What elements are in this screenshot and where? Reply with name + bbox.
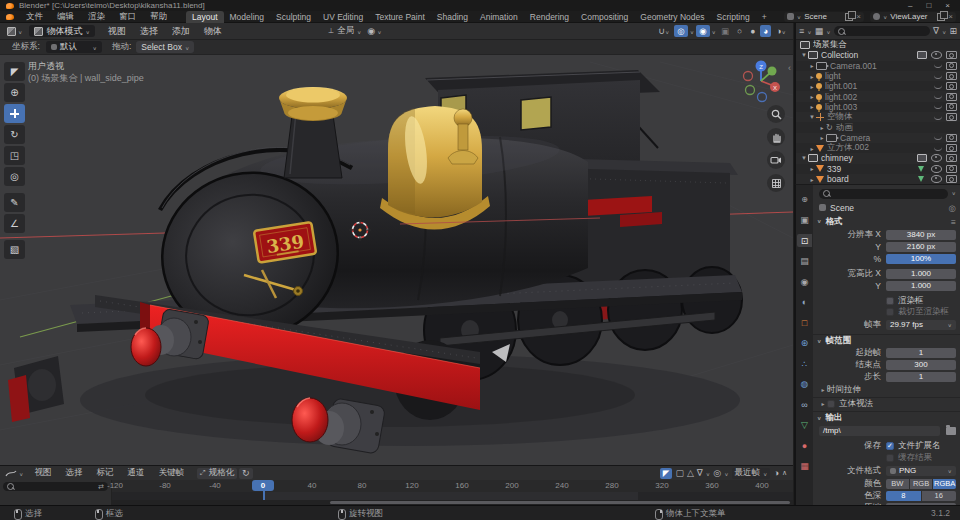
- tab-physics[interactable]: ◍: [797, 378, 812, 391]
- outliner-row-cube002[interactable]: ▸ 立方体.002: [796, 143, 960, 153]
- filter-icon[interactable]: ∇: [933, 26, 939, 36]
- properties-search-input[interactable]: [819, 189, 948, 199]
- tool-rotate[interactable]: ↻: [4, 125, 25, 144]
- viewport-menu-object[interactable]: 物体: [197, 25, 229, 38]
- editor-type-dropdown[interactable]: ∨: [19, 470, 23, 476]
- output-path-field[interactable]: /tmp\: [819, 426, 940, 436]
- timeline-menu-view[interactable]: 视图: [27, 467, 58, 479]
- eye-icon[interactable]: [931, 175, 942, 183]
- graph-editor-icon[interactable]: [5, 469, 17, 477]
- format-presets-icon[interactable]: ≡: [951, 217, 956, 227]
- tab-constraints[interactable]: ∞: [797, 398, 812, 411]
- menu-render[interactable]: 渲染: [81, 11, 112, 23]
- tab-particles[interactable]: ∴: [797, 357, 812, 370]
- tab-output[interactable]: ⊡: [797, 234, 812, 247]
- tab-world[interactable]: ◐: [797, 296, 812, 309]
- camera-view-button[interactable]: [767, 151, 785, 169]
- stereoscopy-row[interactable]: ▸立体视法: [813, 397, 960, 409]
- minimize-button[interactable]: –: [908, 1, 912, 10]
- shading-wireframe-button[interactable]: ○: [734, 25, 745, 37]
- render-visibility-icon[interactable]: [946, 165, 957, 173]
- render-visibility-icon[interactable]: [946, 113, 957, 121]
- tab-object[interactable]: □: [797, 316, 812, 329]
- outliner-search-input[interactable]: [834, 26, 930, 36]
- tool-measure[interactable]: ∠: [4, 214, 25, 233]
- properties-options-dropdown[interactable]: ∨: [952, 191, 956, 197]
- breadcrumb-scene[interactable]: Scene: [830, 203, 854, 213]
- depth-16-button[interactable]: 16: [922, 491, 957, 501]
- viewport-menu-select[interactable]: 选择: [133, 25, 165, 38]
- remove-viewlayer-icon[interactable]: ×: [948, 12, 953, 21]
- proportional-dropdown[interactable]: ∨: [690, 28, 694, 34]
- render-visibility-icon[interactable]: [946, 175, 957, 183]
- proportional-edit-toggle[interactable]: ◎: [674, 25, 687, 37]
- tab-view-layer[interactable]: ▤: [797, 255, 812, 268]
- screens-icon[interactable]: [917, 51, 927, 59]
- resolution-y-field[interactable]: 2160 px: [886, 242, 956, 252]
- fps-dropdown[interactable]: 29.97 fps∨: [886, 320, 956, 330]
- cache-result-checkbox[interactable]: [886, 454, 894, 462]
- editor-type-button[interactable]: ∨: [4, 25, 25, 37]
- outliner-row-camera001[interactable]: ▸ Camera.001: [796, 61, 960, 71]
- tab-scripting[interactable]: Scripting: [711, 11, 756, 23]
- outliner-row-board[interactable]: ▸ board: [796, 174, 960, 184]
- eye-closed-icon[interactable]: [934, 74, 942, 79]
- frame-end-field[interactable]: 300: [886, 360, 956, 370]
- outliner-row-339[interactable]: ▸ 339: [796, 164, 960, 174]
- xray-toggle[interactable]: ▣: [718, 25, 732, 37]
- render-visibility-icon[interactable]: [946, 72, 957, 80]
- outliner-editor-icon[interactable]: ≡: [799, 26, 804, 36]
- overlays-dropdown[interactable]: ∨: [712, 28, 716, 34]
- tab-scene[interactable]: ◉: [797, 275, 812, 288]
- eye-icon[interactable]: [931, 165, 942, 173]
- new-collection-icon[interactable]: ⊞: [949, 26, 957, 36]
- channel-search-input[interactable]: ⇄: [3, 482, 108, 491]
- overlays-toggle[interactable]: ◉: [696, 25, 709, 37]
- filter-dropdown[interactable]: ∨: [942, 28, 946, 34]
- menu-window[interactable]: 窗口: [112, 11, 143, 23]
- add-workspace-button[interactable]: +: [756, 11, 773, 23]
- outliner-row-light[interactable]: ▸ light: [796, 71, 960, 81]
- outliner-editor-dropdown[interactable]: ∨: [807, 28, 811, 34]
- color-bw-button[interactable]: BW: [886, 479, 909, 489]
- drag-mode-dropdown[interactable]: Select Box ∨: [136, 41, 194, 53]
- outliner-row-scene-collection[interactable]: 场景集合: [796, 40, 960, 50]
- mode-dropdown[interactable]: 物体模式 ∨: [29, 25, 94, 37]
- outliner-row-chimney[interactable]: ▼ chimney: [796, 153, 960, 163]
- viewport-menu-add[interactable]: 添加: [165, 25, 197, 38]
- eye-closed-icon[interactable]: [934, 104, 942, 109]
- timeline-menu-key[interactable]: 关键帧: [151, 467, 191, 479]
- section-format[interactable]: ∨ 格式 ≡: [813, 216, 960, 227]
- sidebar-collapse-arrow[interactable]: ‹: [788, 63, 791, 73]
- snap-toggle[interactable]: ∪∨: [655, 25, 672, 37]
- snap-mode-dropdown[interactable]: 最近帧∨: [732, 468, 771, 479]
- tab-layout[interactable]: Layout: [186, 11, 224, 23]
- tab-compositing[interactable]: Compositing: [575, 11, 634, 23]
- tab-sculpting[interactable]: Sculpting: [270, 11, 317, 23]
- outliner-row-light002[interactable]: ▸ light.002: [796, 91, 960, 101]
- tab-modeling[interactable]: Modeling: [224, 11, 271, 23]
- timeline-select-tool[interactable]: ◤: [660, 468, 673, 479]
- color-rgba-button[interactable]: RGBA: [933, 479, 956, 489]
- toggle-perspective-button[interactable]: [767, 174, 785, 192]
- pivot-mode-icon[interactable]: ◑: [773, 468, 778, 478]
- pivot-point-dropdown[interactable]: ◉ ∨: [364, 25, 384, 37]
- timeline-filter-icon[interactable]: ∇: [697, 468, 703, 478]
- navigation-gizmo[interactable]: Z X: [741, 59, 785, 103]
- depth-8-button[interactable]: 8: [886, 491, 921, 501]
- auto-normalize-refresh[interactable]: ↻: [239, 468, 253, 479]
- channel-region[interactable]: [112, 492, 793, 500]
- timeline-menu-marker[interactable]: 标记: [89, 467, 120, 479]
- outliner-row-light001[interactable]: ▸ light.001: [796, 81, 960, 91]
- zoom-view-button[interactable]: [767, 105, 785, 123]
- eye-closed-icon[interactable]: [934, 94, 942, 99]
- menu-file[interactable]: 文件: [19, 11, 50, 23]
- outliner-row-collection[interactable]: ▼ Collection: [796, 50, 960, 60]
- shading-rendered-button[interactable]: ◑∨: [773, 25, 789, 37]
- color-rgb-button[interactable]: RGB: [910, 479, 933, 489]
- frame-start-field[interactable]: 1: [886, 348, 956, 358]
- tool-transform[interactable]: ◎: [4, 167, 25, 186]
- section-output[interactable]: ∨ 输出: [813, 411, 960, 423]
- scrollbar-handle[interactable]: [330, 501, 790, 504]
- new-viewlayer-icon[interactable]: [937, 13, 945, 21]
